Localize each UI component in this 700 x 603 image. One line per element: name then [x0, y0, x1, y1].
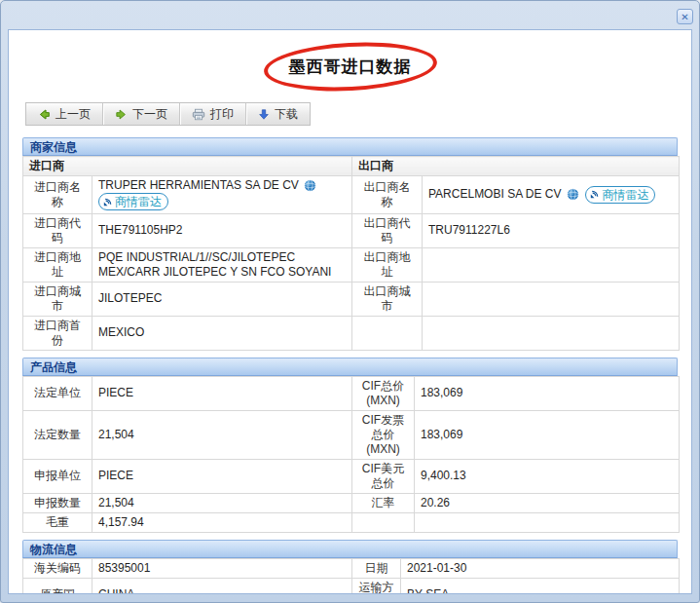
section-merchant-header: 商家信息: [22, 137, 678, 156]
importer-code: THE791105HP2: [92, 213, 352, 247]
table-row: 进口商地址 PQE INDUSTRIAL/1//SC/JILOTEPEC MEX…: [23, 247, 680, 282]
cif-invoice-total-mxn: 183,069: [415, 410, 680, 459]
row-label: 申报单位: [23, 459, 92, 493]
row-label: CIF发票总价(MXN): [352, 410, 415, 459]
download-button[interactable]: 下载: [246, 103, 310, 125]
hs-code: 85395001: [92, 558, 352, 578]
dialog-window: ✕ 墨西哥进口数据 上一页 下一页: [0, 0, 700, 603]
row-label: 法定数量: [23, 410, 92, 459]
prev-page-button[interactable]: 上一页: [26, 103, 103, 125]
legal-unit: PIECE: [92, 376, 352, 410]
exporter-code: TRU7911227L6: [423, 213, 680, 247]
page-title: 墨西哥进口数据: [289, 57, 412, 76]
row-label: 日期: [352, 558, 401, 578]
importer-name: TRUPER HERRAMIENTAS SA DE CV: [98, 178, 299, 193]
row-label: 毛重: [23, 512, 92, 532]
importer-address: PQE INDUSTRIAL/1//SC/JILOTEPEC MEX/CARR …: [92, 247, 352, 282]
transport-mode: BY SEA: [401, 578, 680, 594]
section-logistics: 物流信息 海关编码 85395001 日期 2021-01-30 原产国 CHI…: [22, 540, 678, 595]
row-label: 出口商地址: [352, 247, 423, 282]
row-label: CIF总价(MXN): [352, 376, 415, 410]
importer-city: JILOTEPEC: [92, 282, 352, 316]
row-label: 进口商城市: [23, 282, 92, 316]
business-radar-label: 商情雷达: [602, 188, 648, 202]
dialog-content-panel: 墨西哥进口数据 上一页 下一页: [8, 29, 692, 594]
table-row: 海关编码 85395001 日期 2021-01-30: [23, 558, 680, 578]
exporter-name: PARCELMOBI SA DE CV: [428, 187, 561, 202]
legal-qty: 21,504: [92, 410, 352, 459]
download-label: 下载: [275, 106, 298, 123]
row-label: CIF美元总价: [352, 459, 415, 493]
printer-icon: [192, 108, 205, 121]
table-row: 进口商首份 MEXICO: [23, 316, 680, 350]
row-label: [352, 512, 415, 532]
print-button[interactable]: 打印: [180, 103, 246, 125]
table-row: 法定数量 21,504 CIF发票总价(MXN) 183,069: [23, 410, 680, 459]
table-row: 法定单位 PIECE CIF总价(MXN) 183,069: [23, 376, 680, 410]
table-row: 进口商城市 JILOTEPEC 出口商城市: [23, 282, 680, 316]
merchant-table: 进口商 出口商 进口商名称 TRUPER HERRAMIENTAS SA DE …: [22, 156, 680, 351]
business-radar-link[interactable]: 商情雷达: [585, 186, 655, 204]
next-page-label: 下一页: [132, 106, 167, 123]
globe-icon[interactable]: [567, 188, 579, 201]
date: 2021-01-30: [401, 558, 680, 578]
gross-weight: 4,157.94: [92, 512, 352, 532]
row-label: 进口商名称: [23, 176, 92, 214]
section-product-header: 产品信息: [22, 358, 678, 376]
table-row: 毛重 4,157.94: [23, 512, 680, 532]
section-product: 产品信息 法定单位 PIECE CIF总价(MXN) 183,069 法定数量 …: [22, 358, 678, 533]
row-label: 出口商名称: [352, 176, 423, 214]
print-label: 打印: [210, 106, 234, 123]
row-label: 汇率: [352, 493, 415, 512]
row-label: 海关编码: [23, 558, 92, 578]
declared-unit: PIECE: [92, 459, 352, 493]
dialog-titlebar[interactable]: ✕: [1, 1, 699, 29]
table-row: 申报数量 21,504 汇率 20.26: [23, 493, 680, 512]
row-label: 出口商代码: [352, 213, 423, 247]
row-label: 申报数量: [23, 493, 92, 512]
green-arrow-right-icon: [115, 108, 128, 121]
table-row: 进口商名称 TRUPER HERRAMIENTAS SA DE CV: [23, 176, 680, 214]
row-label: [352, 316, 423, 350]
importer-group-header: 进口商: [23, 157, 352, 176]
row-label: 原产国: [23, 578, 92, 594]
row-label: 进口商首份: [23, 316, 92, 350]
green-arrow-left-icon: [38, 108, 51, 121]
blue-arrow-down-icon: [258, 108, 270, 121]
section-merchant: 商家信息 进口商 出口商 进口商名称 TRUPER HERRAMIENTAS S…: [22, 137, 678, 351]
row-label: 运输方式: [352, 578, 401, 594]
table-row: 进口商代码 THE791105HP2 出口商代码 TRU7911227L6: [23, 213, 680, 247]
exporter-name-cell: PARCELMOBI SA DE CV: [423, 176, 680, 214]
exporter-address: [423, 247, 680, 282]
toolbar: 上一页 下一页 打印: [25, 102, 311, 126]
cif-total-mxn: 183,069: [415, 376, 680, 410]
product-table: 法定单位 PIECE CIF总价(MXN) 183,069 法定数量 21,50…: [22, 376, 680, 533]
globe-icon[interactable]: [304, 179, 316, 192]
title-area: 墨西哥进口数据: [9, 30, 691, 102]
table-row: 原产国 CHINA 运输方式 BY SEA: [23, 578, 680, 594]
radar-arrow-icon: [589, 189, 600, 200]
importer-name-cell: TRUPER HERRAMIENTAS SA DE CV: [92, 176, 352, 214]
business-radar-label: 商情雷达: [115, 195, 162, 208]
exporter-group-header: 出口商: [352, 157, 680, 176]
row-label: 出口商城市: [352, 282, 423, 316]
row-label: 法定单位: [23, 376, 92, 410]
prev-page-label: 上一页: [55, 106, 91, 123]
table-row: 进口商 出口商: [23, 157, 680, 176]
business-radar-link[interactable]: 商情雷达: [98, 193, 168, 210]
section-logistics-header: 物流信息: [22, 540, 678, 558]
exchange-rate: 20.26: [415, 493, 680, 512]
logistics-table: 海关编码 85395001 日期 2021-01-30 原产国 CHINA 运输…: [22, 558, 680, 595]
row-label: 进口商地址: [23, 247, 92, 282]
cif-usd-total: 9,400.13: [415, 459, 680, 493]
radar-arrow-icon: [102, 197, 113, 207]
origin-country: CHINA: [92, 578, 352, 594]
next-page-button[interactable]: 下一页: [103, 103, 180, 125]
close-icon[interactable]: ✕: [677, 9, 693, 24]
row-label: 进口商代码: [23, 213, 92, 247]
exporter-city: [423, 282, 680, 316]
table-row: 申报单位 PIECE CIF美元总价 9,400.13: [23, 459, 680, 493]
importer-province: MEXICO: [92, 316, 352, 350]
declared-qty: 21,504: [92, 493, 352, 512]
